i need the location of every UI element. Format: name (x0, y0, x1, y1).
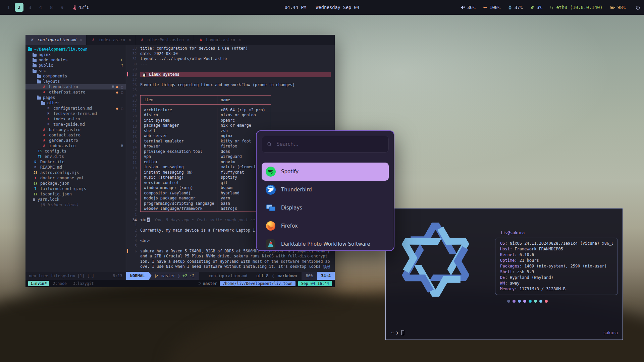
tree-item[interactable]: public? (25, 63, 126, 68)
tree-item[interactable]: src (25, 68, 126, 73)
fetch-info-colon: : (510, 247, 515, 251)
tmux-window-2:node[interactable]: 2:node (50, 281, 69, 286)
tab-otherPost.astro[interactable]: AotherPost.astro× (136, 35, 194, 45)
tree-item[interactable]: ALayout.astroH●□ (25, 84, 126, 89)
editor-line (140, 87, 335, 93)
table-row: window manager (xorg)bspwm (141, 185, 271, 191)
tree-item[interactable]: Ttailwind.config.mjs (25, 186, 126, 191)
tree-item[interactable]: node_modulesE (25, 57, 126, 63)
tree-item[interactable]: Aindex.astro (25, 116, 126, 122)
tree-item[interactable]: AotherPost.astro●□ (25, 89, 126, 95)
tree-item-label: src (39, 68, 46, 73)
module-memory[interactable]: 3% (530, 5, 542, 10)
workspace-button-8[interactable]: 8 (47, 3, 56, 12)
tree-item[interactable]: {}tsconfig.json (25, 191, 126, 197)
line-number: 9 (126, 171, 137, 176)
palette-dot (545, 300, 548, 303)
launcher-item[interactable]: Darktable Photo Workflow Software (262, 235, 389, 251)
tree-item[interactable]: Aindex.astroH (25, 143, 126, 148)
astro-file-icon: A (46, 117, 51, 121)
tree-item[interactable]: Agarden.astro (25, 138, 126, 143)
tree-item[interactable]: DDockerfile (25, 159, 126, 165)
tree-item-label: Dockerfile (40, 160, 64, 164)
vim-mode-indicator: NORMAL (126, 272, 149, 280)
fetch-info-label: DE (500, 275, 505, 280)
workspace-button-2[interactable]: 2 (15, 3, 23, 12)
tree-item[interactable]: Abalcony.astro (25, 127, 126, 132)
tree-item[interactable]: TSenv.d.ts (25, 154, 126, 159)
tree-item[interactable]: pages (25, 95, 126, 100)
module-brightness[interactable]: 100% (483, 5, 500, 10)
table-row: browserfirefox (141, 144, 271, 149)
module-network[interactable]: eth0 (10.0.0.140) (549, 5, 602, 10)
module-volume[interactable]: 36% (461, 5, 475, 10)
fetch-terminal[interactable]: liv@sakura OS: NixOS 24.11.20240828.71e9… (385, 208, 623, 340)
tree-item[interactable]: nginx (25, 52, 126, 57)
shell-prompt[interactable]: ~ ❯ (391, 330, 404, 335)
workspace-button-1[interactable]: 1 (4, 3, 13, 12)
tree-item-label: layouts (43, 79, 60, 84)
fetch-info-label: OS (500, 241, 505, 246)
terminal-cursor (401, 330, 404, 335)
tab-close-icon[interactable]: × (128, 38, 131, 42)
tree-item-badges: H●□ (112, 85, 123, 89)
workspace-button-4[interactable]: 4 (36, 3, 45, 12)
prompt-text: ~ ❯ (391, 330, 398, 335)
tree-item[interactable]: Mconfiguration.md●□ (25, 106, 126, 111)
frontmatter-line: layout: ../../layouts/otherPost.astro (140, 56, 335, 62)
module-cpu[interactable]: 37% (508, 5, 523, 10)
tree-item[interactable]: JSastro.config.mjs (25, 170, 126, 175)
folder-icon (33, 70, 37, 73)
table-row: vpnwireguard (141, 154, 271, 160)
tab-index.astro[interactable]: Aindex.astro× (87, 35, 136, 45)
displays-icon (266, 203, 276, 213)
tree-item-label: public (39, 63, 53, 68)
folder-icon (37, 75, 41, 78)
astro-file-icon: A (198, 38, 204, 42)
tab-close-icon[interactable]: × (238, 38, 241, 42)
palette-dot (513, 300, 516, 303)
tree-item[interactable]: yarn.lock (25, 197, 126, 202)
editor-line (140, 77, 335, 82)
module-battery[interactable]: 98% (610, 5, 626, 10)
search-input[interactable] (276, 141, 383, 147)
tree-item[interactable]: layouts (25, 79, 126, 84)
tree-item[interactable]: components (25, 73, 126, 79)
tree-item[interactable]: Mtone-guide.md (25, 122, 126, 127)
tmux-window-3:lazygit[interactable]: 3:lazygit (70, 281, 96, 286)
astro-file-icon: A (41, 128, 47, 131)
status-modules: 36%100%37%3%eth0 (10.0.0.140)98% (461, 5, 626, 10)
tab-Layout.astro[interactable]: ALayout.astro× (194, 35, 245, 45)
launcher-item[interactable]: Spotify (262, 163, 389, 181)
tree-item[interactable]: (6 hidden items) (25, 202, 126, 207)
tree-item[interactable]: Ydocker-compose.yml (25, 175, 126, 181)
tree-item[interactable]: Mfediverse-terms.md (25, 111, 126, 116)
power-button[interactable] (636, 5, 640, 10)
workspace-button-9[interactable]: 9 (58, 3, 66, 12)
brightness-value: 100% (489, 5, 500, 10)
workspace-button-3[interactable]: 3 (25, 3, 34, 12)
tree-item-label: nginx (39, 52, 51, 57)
tab-close-icon[interactable]: × (80, 38, 82, 42)
cursor-line-text: <br (140, 218, 147, 222)
tree-item[interactable]: {}package.json (25, 181, 126, 186)
temperature-module[interactable]: 42°C (73, 5, 90, 10)
markdown-file-icon: M (33, 166, 38, 169)
launcher-item[interactable]: Thunderbird (262, 181, 389, 199)
speaker-icon (461, 5, 465, 9)
folder-icon (37, 97, 41, 100)
tree-item[interactable]: Acontact.astro (25, 132, 126, 138)
tab-close-icon[interactable]: × (187, 38, 190, 42)
tree-item-label: contact.astro (49, 133, 80, 137)
tmux-window-1:nvim*[interactable]: 1:nvim* (28, 281, 49, 286)
tab-configuration.md[interactable]: Mconfiguration.md× (25, 35, 87, 45)
launcher-item[interactable]: Firefox (262, 217, 389, 235)
tree-item[interactable]: MREADME.md (25, 165, 126, 170)
launcher-item-label: Spotify (281, 169, 299, 175)
tree-item[interactable]: ~/Development/liv.town (25, 47, 126, 52)
tree-item[interactable]: TSconfig.ts (25, 148, 126, 154)
launcher-item[interactable]: Displays (262, 199, 389, 217)
network-value: eth0 (10.0.0.140) (556, 5, 602, 10)
tree-item[interactable]: other (25, 100, 126, 106)
launcher-search-box[interactable] (262, 136, 389, 153)
